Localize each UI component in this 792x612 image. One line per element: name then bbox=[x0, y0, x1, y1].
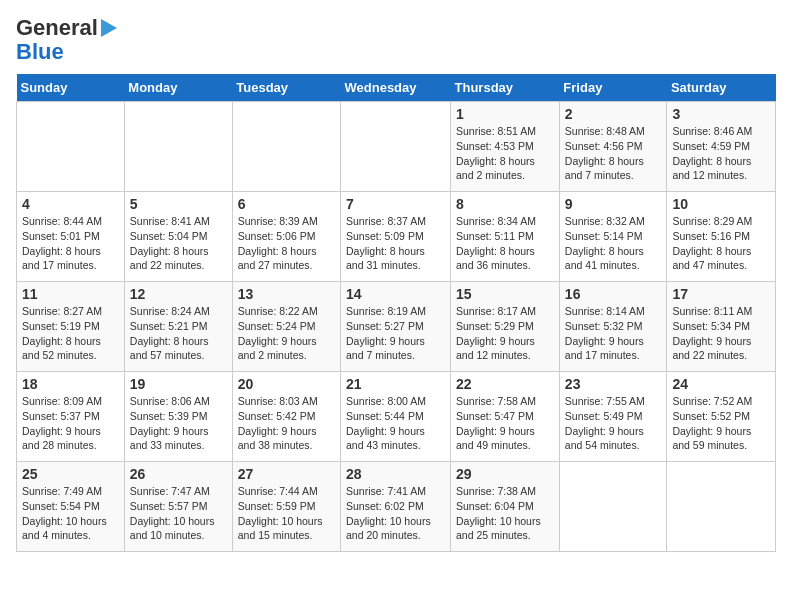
day-info: Sunrise: 8:19 AM Sunset: 5:27 PM Dayligh… bbox=[346, 304, 445, 363]
day-info: Sunrise: 8:11 AM Sunset: 5:34 PM Dayligh… bbox=[672, 304, 770, 363]
day-info: Sunrise: 8:41 AM Sunset: 5:04 PM Dayligh… bbox=[130, 214, 227, 273]
header: General Blue bbox=[16, 16, 776, 64]
calendar-cell: 12Sunrise: 8:24 AM Sunset: 5:21 PM Dayli… bbox=[124, 282, 232, 372]
calendar-cell: 16Sunrise: 8:14 AM Sunset: 5:32 PM Dayli… bbox=[559, 282, 667, 372]
day-number: 23 bbox=[565, 376, 662, 392]
day-number: 24 bbox=[672, 376, 770, 392]
day-info: Sunrise: 8:37 AM Sunset: 5:09 PM Dayligh… bbox=[346, 214, 445, 273]
day-number: 18 bbox=[22, 376, 119, 392]
day-info: Sunrise: 7:47 AM Sunset: 5:57 PM Dayligh… bbox=[130, 484, 227, 543]
day-info: Sunrise: 8:39 AM Sunset: 5:06 PM Dayligh… bbox=[238, 214, 335, 273]
weekday-header-wednesday: Wednesday bbox=[341, 74, 451, 102]
calendar-cell: 20Sunrise: 8:03 AM Sunset: 5:42 PM Dayli… bbox=[232, 372, 340, 462]
day-info: Sunrise: 8:00 AM Sunset: 5:44 PM Dayligh… bbox=[346, 394, 445, 453]
weekday-header-friday: Friday bbox=[559, 74, 667, 102]
day-number: 16 bbox=[565, 286, 662, 302]
day-number: 9 bbox=[565, 196, 662, 212]
day-info: Sunrise: 8:09 AM Sunset: 5:37 PM Dayligh… bbox=[22, 394, 119, 453]
day-number: 28 bbox=[346, 466, 445, 482]
calendar-cell: 10Sunrise: 8:29 AM Sunset: 5:16 PM Dayli… bbox=[667, 192, 776, 282]
day-info: Sunrise: 8:22 AM Sunset: 5:24 PM Dayligh… bbox=[238, 304, 335, 363]
day-number: 14 bbox=[346, 286, 445, 302]
calendar-cell: 22Sunrise: 7:58 AM Sunset: 5:47 PM Dayli… bbox=[451, 372, 560, 462]
calendar-cell bbox=[17, 102, 125, 192]
day-info: Sunrise: 8:29 AM Sunset: 5:16 PM Dayligh… bbox=[672, 214, 770, 273]
day-number: 29 bbox=[456, 466, 554, 482]
day-info: Sunrise: 7:55 AM Sunset: 5:49 PM Dayligh… bbox=[565, 394, 662, 453]
day-info: Sunrise: 8:34 AM Sunset: 5:11 PM Dayligh… bbox=[456, 214, 554, 273]
day-number: 4 bbox=[22, 196, 119, 212]
calendar-cell bbox=[667, 462, 776, 552]
day-number: 7 bbox=[346, 196, 445, 212]
day-number: 3 bbox=[672, 106, 770, 122]
calendar-cell bbox=[232, 102, 340, 192]
day-number: 5 bbox=[130, 196, 227, 212]
day-number: 13 bbox=[238, 286, 335, 302]
day-info: Sunrise: 7:38 AM Sunset: 6:04 PM Dayligh… bbox=[456, 484, 554, 543]
day-number: 26 bbox=[130, 466, 227, 482]
day-number: 25 bbox=[22, 466, 119, 482]
day-info: Sunrise: 7:41 AM Sunset: 6:02 PM Dayligh… bbox=[346, 484, 445, 543]
calendar-cell: 9Sunrise: 8:32 AM Sunset: 5:14 PM Daylig… bbox=[559, 192, 667, 282]
calendar-cell: 13Sunrise: 8:22 AM Sunset: 5:24 PM Dayli… bbox=[232, 282, 340, 372]
day-info: Sunrise: 8:44 AM Sunset: 5:01 PM Dayligh… bbox=[22, 214, 119, 273]
calendar-cell: 28Sunrise: 7:41 AM Sunset: 6:02 PM Dayli… bbox=[341, 462, 451, 552]
day-number: 19 bbox=[130, 376, 227, 392]
day-number: 6 bbox=[238, 196, 335, 212]
weekday-header-tuesday: Tuesday bbox=[232, 74, 340, 102]
day-info: Sunrise: 8:46 AM Sunset: 4:59 PM Dayligh… bbox=[672, 124, 770, 183]
day-info: Sunrise: 7:49 AM Sunset: 5:54 PM Dayligh… bbox=[22, 484, 119, 543]
calendar-cell: 2Sunrise: 8:48 AM Sunset: 4:56 PM Daylig… bbox=[559, 102, 667, 192]
calendar-cell: 27Sunrise: 7:44 AM Sunset: 5:59 PM Dayli… bbox=[232, 462, 340, 552]
day-number: 27 bbox=[238, 466, 335, 482]
day-number: 17 bbox=[672, 286, 770, 302]
calendar-cell bbox=[124, 102, 232, 192]
day-number: 8 bbox=[456, 196, 554, 212]
logo-blue: Blue bbox=[16, 40, 64, 64]
calendar-cell: 8Sunrise: 8:34 AM Sunset: 5:11 PM Daylig… bbox=[451, 192, 560, 282]
weekday-header-thursday: Thursday bbox=[451, 74, 560, 102]
calendar-cell: 26Sunrise: 7:47 AM Sunset: 5:57 PM Dayli… bbox=[124, 462, 232, 552]
day-info: Sunrise: 8:48 AM Sunset: 4:56 PM Dayligh… bbox=[565, 124, 662, 183]
calendar-cell: 29Sunrise: 7:38 AM Sunset: 6:04 PM Dayli… bbox=[451, 462, 560, 552]
day-info: Sunrise: 7:44 AM Sunset: 5:59 PM Dayligh… bbox=[238, 484, 335, 543]
day-info: Sunrise: 8:06 AM Sunset: 5:39 PM Dayligh… bbox=[130, 394, 227, 453]
calendar-cell: 7Sunrise: 8:37 AM Sunset: 5:09 PM Daylig… bbox=[341, 192, 451, 282]
calendar-cell: 1Sunrise: 8:51 AM Sunset: 4:53 PM Daylig… bbox=[451, 102, 560, 192]
day-info: Sunrise: 8:27 AM Sunset: 5:19 PM Dayligh… bbox=[22, 304, 119, 363]
calendar-cell: 19Sunrise: 8:06 AM Sunset: 5:39 PM Dayli… bbox=[124, 372, 232, 462]
day-info: Sunrise: 8:32 AM Sunset: 5:14 PM Dayligh… bbox=[565, 214, 662, 273]
day-number: 21 bbox=[346, 376, 445, 392]
calendar-cell: 5Sunrise: 8:41 AM Sunset: 5:04 PM Daylig… bbox=[124, 192, 232, 282]
calendar-cell: 23Sunrise: 7:55 AM Sunset: 5:49 PM Dayli… bbox=[559, 372, 667, 462]
calendar-cell: 25Sunrise: 7:49 AM Sunset: 5:54 PM Dayli… bbox=[17, 462, 125, 552]
weekday-header-monday: Monday bbox=[124, 74, 232, 102]
logo: General Blue bbox=[16, 16, 117, 64]
calendar-table: SundayMondayTuesdayWednesdayThursdayFrid… bbox=[16, 74, 776, 552]
day-number: 20 bbox=[238, 376, 335, 392]
weekday-header-saturday: Saturday bbox=[667, 74, 776, 102]
day-number: 11 bbox=[22, 286, 119, 302]
day-info: Sunrise: 8:03 AM Sunset: 5:42 PM Dayligh… bbox=[238, 394, 335, 453]
day-number: 15 bbox=[456, 286, 554, 302]
day-info: Sunrise: 7:58 AM Sunset: 5:47 PM Dayligh… bbox=[456, 394, 554, 453]
calendar-cell: 4Sunrise: 8:44 AM Sunset: 5:01 PM Daylig… bbox=[17, 192, 125, 282]
day-number: 12 bbox=[130, 286, 227, 302]
calendar-cell bbox=[341, 102, 451, 192]
calendar-cell: 15Sunrise: 8:17 AM Sunset: 5:29 PM Dayli… bbox=[451, 282, 560, 372]
calendar-cell: 17Sunrise: 8:11 AM Sunset: 5:34 PM Dayli… bbox=[667, 282, 776, 372]
day-info: Sunrise: 7:52 AM Sunset: 5:52 PM Dayligh… bbox=[672, 394, 770, 453]
day-info: Sunrise: 8:17 AM Sunset: 5:29 PM Dayligh… bbox=[456, 304, 554, 363]
logo-general: General bbox=[16, 16, 98, 40]
day-info: Sunrise: 8:51 AM Sunset: 4:53 PM Dayligh… bbox=[456, 124, 554, 183]
day-info: Sunrise: 8:24 AM Sunset: 5:21 PM Dayligh… bbox=[130, 304, 227, 363]
calendar-cell: 3Sunrise: 8:46 AM Sunset: 4:59 PM Daylig… bbox=[667, 102, 776, 192]
weekday-header-sunday: Sunday bbox=[17, 74, 125, 102]
day-number: 22 bbox=[456, 376, 554, 392]
day-info: Sunrise: 8:14 AM Sunset: 5:32 PM Dayligh… bbox=[565, 304, 662, 363]
calendar-cell: 11Sunrise: 8:27 AM Sunset: 5:19 PM Dayli… bbox=[17, 282, 125, 372]
calendar-cell: 24Sunrise: 7:52 AM Sunset: 5:52 PM Dayli… bbox=[667, 372, 776, 462]
calendar-cell: 6Sunrise: 8:39 AM Sunset: 5:06 PM Daylig… bbox=[232, 192, 340, 282]
day-number: 10 bbox=[672, 196, 770, 212]
calendar-cell bbox=[559, 462, 667, 552]
